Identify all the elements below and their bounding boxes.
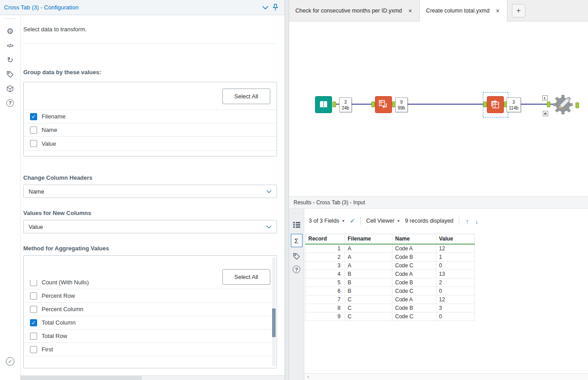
data-cell[interactable]: B: [345, 287, 392, 296]
data-cell[interactable]: 13: [436, 270, 475, 279]
hscrollbar-track[interactable]: [21, 375, 285, 380]
pin-icon[interactable]: [270, 3, 280, 13]
scroll-up-icon[interactable]: ↑: [465, 217, 469, 225]
apply-check-icon[interactable]: ✓: [6, 357, 14, 366]
drag-handle-dots[interactable]: ······: [4, 16, 17, 21]
close-icon[interactable]: ✕: [495, 7, 501, 14]
record-number-cell[interactable]: 7: [306, 296, 345, 304]
checkbox-row[interactable]: Filename: [24, 110, 277, 123]
data-cell[interactable]: C: [345, 312, 392, 321]
data-cell[interactable]: Code B: [392, 304, 436, 312]
new-columns-select[interactable]: Value: [23, 220, 277, 233]
results-hscrollbar[interactable]: ‹: [304, 373, 588, 380]
scrollbar-track[interactable]: [272, 258, 276, 366]
tab-create-column-total[interactable]: Create column total.yxmd ✕: [420, 0, 507, 21]
record-number-cell[interactable]: 2: [306, 253, 345, 262]
data-cell[interactable]: C: [345, 304, 392, 312]
tag-icon[interactable]: [293, 253, 300, 260]
transpose-tool[interactable]: [375, 96, 392, 113]
collapse-chevron-icon[interactable]: [260, 3, 270, 13]
configuration-panel: Cross Tab (3) - Configuration ······ ⚙ <…: [0, 0, 285, 380]
tab-check-consecutive-months[interactable]: Check for consecutive months per ID.yxmd…: [289, 0, 420, 21]
data-cell[interactable]: Code C: [392, 262, 436, 270]
checkbox[interactable]: [30, 306, 37, 313]
checkbox-row[interactable]: Name: [24, 123, 277, 137]
data-cell[interactable]: Code C: [392, 287, 436, 296]
fields-dropdown[interactable]: 3 of 3 Fields ▾: [309, 218, 345, 224]
data-cell[interactable]: A: [345, 244, 392, 253]
data-cell[interactable]: 12: [436, 244, 475, 253]
hscrollbar-thumb[interactable]: [21, 376, 142, 380]
input-data-tool[interactable]: [315, 96, 332, 113]
sigma-data-view-icon[interactable]: Σ: [291, 234, 303, 247]
scrollbar-thumb[interactable]: [272, 308, 276, 337]
column-header-name[interactable]: Name: [392, 234, 436, 245]
tag-icon[interactable]: [5, 70, 15, 79]
data-cell[interactable]: 0: [436, 312, 475, 321]
checkbox-row[interactable]: First: [24, 343, 271, 356]
gear-icon[interactable]: ⚙: [5, 27, 15, 36]
data-cell[interactable]: A: [345, 253, 392, 262]
refresh-icon[interactable]: ↻: [5, 55, 15, 64]
checkbox-row[interactable]: Total Column: [24, 316, 271, 329]
checkbox[interactable]: [30, 127, 37, 134]
panel-splitter[interactable]: [285, 0, 289, 380]
data-cell[interactable]: Code A: [392, 244, 436, 253]
column-header-value[interactable]: Value: [436, 234, 475, 245]
data-cell[interactable]: C: [345, 296, 392, 304]
checkbox[interactable]: [30, 319, 37, 326]
checkbox[interactable]: [30, 113, 37, 120]
checkbox-row[interactable]: Total Row: [24, 329, 271, 343]
checkbox-row[interactable]: Percent Row: [24, 289, 271, 303]
checkbox[interactable]: [30, 280, 37, 286]
drag-handle-dots[interactable]: ······: [291, 211, 302, 216]
data-cell[interactable]: B: [345, 270, 392, 279]
data-cell[interactable]: A: [345, 262, 392, 270]
data-cell[interactable]: 2: [436, 279, 475, 287]
checkbox[interactable]: [30, 333, 37, 340]
data-cell[interactable]: 12: [436, 296, 475, 304]
column-header-filename[interactable]: Filename: [345, 234, 392, 245]
group-select-all-button[interactable]: Select All: [222, 89, 270, 104]
package-icon[interactable]: [5, 84, 15, 93]
record-number-cell[interactable]: 1: [306, 244, 345, 253]
close-icon[interactable]: ✕: [407, 7, 413, 14]
record-number-cell[interactable]: 5: [306, 279, 345, 287]
cross-tab-tool[interactable]: [487, 96, 504, 113]
record-number-cell[interactable]: 4: [306, 270, 345, 279]
checkbox-row[interactable]: Last: [24, 356, 271, 359]
data-cell[interactable]: Code B: [392, 279, 436, 287]
apply-check-icon[interactable]: ✔: [350, 217, 355, 224]
aggregation-select-all-button[interactable]: Select All: [222, 269, 270, 285]
data-cell[interactable]: Code A: [392, 296, 436, 304]
record-number-cell[interactable]: 6: [306, 287, 345, 296]
macro-gear-tool[interactable]: [551, 93, 575, 118]
data-cell[interactable]: 1: [436, 253, 475, 262]
scroll-left-icon[interactable]: ‹: [307, 374, 309, 380]
new-tab-button[interactable]: +: [512, 4, 525, 17]
checkbox-row[interactable]: Value: [24, 137, 277, 150]
help-icon[interactable]: ?: [5, 98, 15, 107]
data-cell[interactable]: Code B: [392, 253, 436, 262]
record-number-cell[interactable]: 9: [306, 312, 345, 321]
help-icon[interactable]: ?: [293, 266, 300, 273]
workflow-canvas[interactable]: 3 24b 9 99b: [289, 21, 588, 196]
cell-viewer-dropdown[interactable]: Cell Viewer ▾: [366, 218, 400, 224]
data-cell[interactable]: Code C: [392, 312, 436, 321]
data-cell[interactable]: B: [345, 279, 392, 287]
data-cell[interactable]: 0: [436, 287, 475, 296]
checkbox[interactable]: [30, 292, 37, 300]
record-number-cell[interactable]: 8: [306, 304, 345, 312]
scroll-down-icon[interactable]: ↓: [475, 217, 479, 225]
checkbox[interactable]: [30, 140, 37, 147]
record-number-cell[interactable]: 3: [306, 262, 345, 270]
column-header-record[interactable]: Record: [306, 234, 345, 245]
data-cell[interactable]: 0: [436, 262, 475, 270]
data-cell[interactable]: 3: [436, 304, 475, 312]
code-icon[interactable]: </>: [5, 41, 15, 50]
data-cell[interactable]: Code A: [392, 270, 436, 279]
column-headers-select[interactable]: Name: [23, 185, 277, 198]
checkbox-row[interactable]: Percent Column: [24, 303, 271, 316]
rows-view-icon[interactable]: [293, 221, 301, 228]
checkbox[interactable]: [30, 346, 37, 353]
